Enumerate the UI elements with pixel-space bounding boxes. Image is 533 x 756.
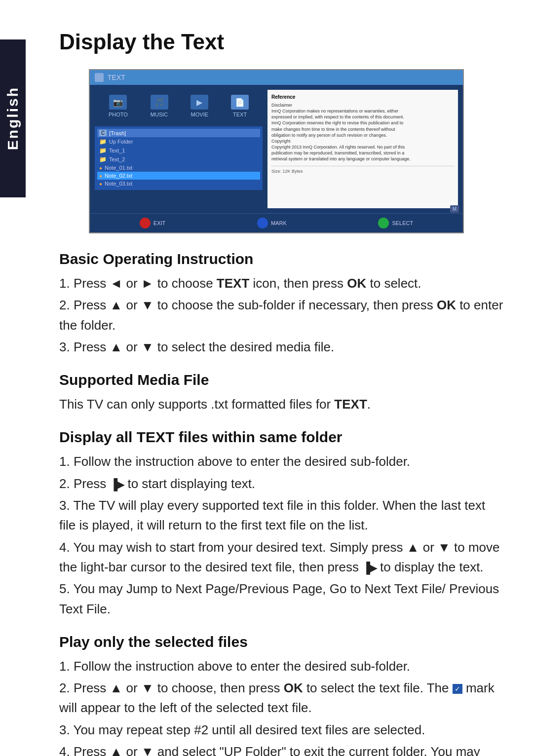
section-header-play-selected: Play only the selected files bbox=[59, 634, 503, 650]
file-label: [Trash] bbox=[109, 130, 126, 136]
mark-btn-circle bbox=[257, 218, 268, 228]
display-all-list: 1. Follow the instruction above to enter… bbox=[59, 452, 503, 618]
tv-top-bar-icon bbox=[95, 73, 104, 82]
mark-label: MARK bbox=[271, 220, 287, 226]
tv-top-bar: TEXT bbox=[90, 70, 463, 85]
tv-icon-text: 📄 TEXT bbox=[231, 95, 249, 117]
dot-icon: ● bbox=[99, 181, 102, 187]
select-label: SELECT bbox=[392, 220, 413, 226]
tv-left-panel: 📷 PHOTO 🎵 MUSIC ▶ MOVIE 📄 TEXT bbox=[95, 90, 263, 208]
tv-icon-movie: ▶ MOVIE bbox=[190, 95, 208, 117]
size-value: 12K Bytes bbox=[283, 169, 303, 174]
folder-icon: 📁 bbox=[99, 156, 107, 163]
tv-file-row-note03: ● Note_03.txt bbox=[97, 180, 260, 188]
list-item: 3. Press ▲ or ▼ to select the desired me… bbox=[59, 337, 503, 357]
list-item: 3. You may repeat step #2 until all desi… bbox=[59, 720, 503, 740]
play-selected-list: 1. Follow the instruction above to enter… bbox=[59, 656, 503, 756]
tv-file-row-text1: 📁 Text_1 bbox=[97, 146, 260, 155]
side-tab-label: English bbox=[4, 86, 21, 150]
play-pause-icon-2: ▐▶ bbox=[362, 562, 377, 574]
right-panel-title: Reference bbox=[271, 94, 454, 101]
list-item: 1. Follow the instruction above to enter… bbox=[59, 452, 503, 471]
tv-right-panel: Reference Disclaimer InnQ Corporation ma… bbox=[267, 90, 458, 208]
exit-button[interactable]: EXIT bbox=[140, 218, 165, 228]
main-content: Display the Text TEXT 📷 PHOTO 🎵 MUSI bbox=[35, 0, 533, 756]
movie-icon-box: ▶ bbox=[190, 95, 208, 110]
list-item: 2. Press ▲ or ▼ to choose, then press OK… bbox=[59, 678, 503, 718]
list-item: 2. Press ▲ or ▼ to choose the sub-folder… bbox=[59, 295, 503, 335]
tv-icon-music: 🎵 MUSIC bbox=[151, 95, 168, 117]
text-label: TEXT bbox=[233, 112, 247, 117]
folder-icon: 📁 bbox=[99, 147, 107, 154]
text-icon-box: 📄 bbox=[231, 95, 249, 110]
list-item: 4. You may wish to start from your desir… bbox=[59, 537, 503, 577]
file-label: Note_01.txt bbox=[105, 165, 132, 171]
section-header-basic: Basic Operating Instruction bbox=[59, 251, 503, 267]
file-label: Note_02.txt bbox=[105, 173, 132, 179]
select-btn-circle bbox=[378, 218, 389, 228]
movie-label: MOVIE bbox=[191, 112, 208, 117]
size-label: Size: bbox=[271, 169, 283, 174]
dot-icon: ● bbox=[99, 165, 102, 171]
mark-button[interactable]: MARK bbox=[257, 218, 287, 228]
file-label: Up Folder bbox=[109, 139, 133, 145]
tv-icons-row: 📷 PHOTO 🎵 MUSIC ▶ MOVIE 📄 TEXT bbox=[95, 90, 263, 122]
tv-file-row-text2: 📁 Text_2 bbox=[97, 155, 260, 164]
list-item: 1. Follow the instruction above to enter… bbox=[59, 656, 503, 676]
list-item: 5. You may Jump to Next Page/Previous Pa… bbox=[59, 579, 503, 619]
music-icon-box: 🎵 bbox=[151, 95, 168, 110]
tv-file-list: C [Trash] 📁 Up Folder 📁 Text_1 📁 Text_2 bbox=[95, 126, 263, 190]
list-item: 3. The TV will play every supported text… bbox=[59, 495, 503, 535]
page-title: Display the Text bbox=[59, 30, 503, 54]
file-label: Text_2 bbox=[109, 156, 125, 162]
play-pause-icon: ▐▶ bbox=[110, 478, 124, 491]
dot-icon: ● bbox=[99, 173, 102, 179]
tv-body: 📷 PHOTO 🎵 MUSIC ▶ MOVIE 📄 TEXT bbox=[90, 85, 463, 213]
list-item: 2. Press ▐▶ to start displaying text. bbox=[59, 474, 503, 493]
list-item: 1. Press ◄ or ► to choose TEXT icon, the… bbox=[59, 273, 503, 293]
drive-icon: C bbox=[99, 130, 107, 136]
tv-bottom-bar: EXIT MARK SELECT bbox=[90, 213, 463, 232]
tv-file-row-note01: ● Note_01.txt bbox=[97, 164, 260, 172]
tv-icon-photo: 📷 PHOTO bbox=[109, 95, 128, 117]
basic-operating-list: 1. Press ◄ or ► to choose TEXT icon, the… bbox=[59, 273, 503, 357]
right-panel-size: Size: 12K Bytes bbox=[271, 166, 454, 175]
section-header-display-all: Display all TEXT files within same folde… bbox=[59, 429, 503, 446]
checkmark-icon: ✓ bbox=[453, 684, 462, 694]
photo-icon-box: 📷 bbox=[109, 95, 127, 110]
file-label: Note_03.txt bbox=[105, 181, 132, 187]
tv-file-row-upfolder: 📁 Up Folder bbox=[97, 137, 260, 146]
section-header-supported: Supported Media File bbox=[59, 372, 503, 388]
exit-btn-circle bbox=[140, 218, 151, 228]
list-item: 4. Press ▲ or ▼ and select "UP Folder" t… bbox=[59, 742, 503, 756]
tv-top-bar-text: TEXT bbox=[108, 74, 125, 81]
supported-media-body: This TV can only supports .txt formatted… bbox=[59, 394, 503, 414]
right-panel-content: Disclaimer InnQ Corporation makes no rep… bbox=[271, 102, 454, 162]
exit-label: EXIT bbox=[153, 220, 165, 226]
tv-file-row-note02: ● Note_02.txt bbox=[97, 172, 260, 180]
side-language-tab: English bbox=[0, 39, 26, 197]
file-label: Text_1 bbox=[109, 148, 125, 153]
folder-icon: 📁 bbox=[99, 138, 107, 145]
tv-file-row-c: C [Trash] bbox=[97, 129, 260, 137]
photo-label: PHOTO bbox=[109, 112, 128, 117]
corner-badge: M bbox=[450, 205, 459, 213]
music-label: MUSIC bbox=[151, 112, 168, 117]
tv-screenshot: TEXT 📷 PHOTO 🎵 MUSIC ▶ bbox=[89, 69, 464, 233]
select-button[interactable]: SELECT bbox=[378, 218, 413, 228]
